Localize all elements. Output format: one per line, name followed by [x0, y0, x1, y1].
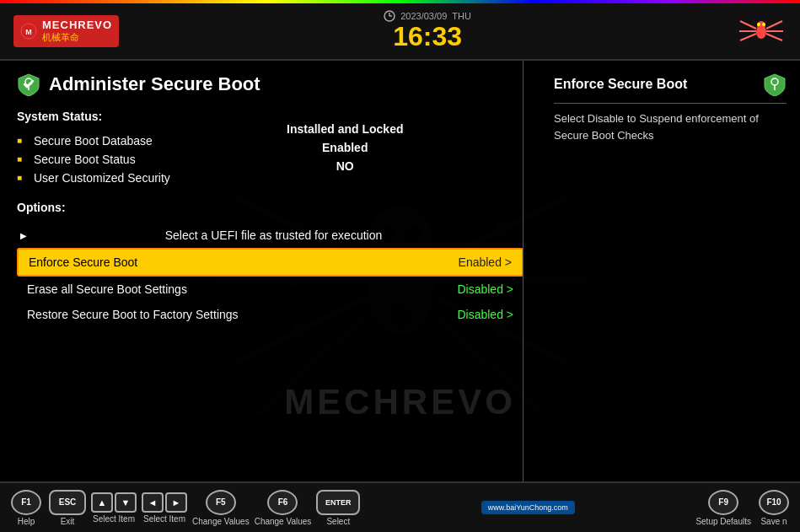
system-status-label: System Status: — [17, 110, 523, 123]
f6-key[interactable]: F6 Change Values — [255, 490, 312, 526]
nav-right-button[interactable]: ► — [165, 492, 187, 513]
right-panel-title: Enforce Secure Boot — [554, 77, 687, 92]
status-values: Installed and Locked Enabled NO — [287, 120, 403, 175]
f6-button[interactable]: F6 — [267, 490, 298, 515]
svg-line-12 — [766, 34, 782, 40]
svg-point-14 — [762, 23, 765, 26]
option-label-1: Enforce Secure Boot — [29, 255, 137, 269]
right-panel-description: Select Disable to Suspend enforcement of… — [554, 103, 787, 143]
f9-button[interactable]: F9 — [708, 490, 738, 515]
nav-leftright-group: ◄ ► — [142, 492, 187, 513]
esc-key[interactable]: ESC Exit — [49, 490, 86, 526]
enter-label: Select — [326, 517, 350, 526]
left-panel: Administer Secure Boot System Status: Se… — [0, 61, 540, 481]
f1-key[interactable]: F1 Help — [8, 490, 44, 526]
f1-label: Help — [18, 517, 35, 526]
options-label: Options: — [17, 201, 523, 214]
f6-label: Change Values — [255, 517, 312, 526]
option-value-1: Enabled > — [459, 255, 512, 269]
f10-label: Save n — [760, 517, 787, 526]
nav-down-button[interactable]: ▼ — [115, 492, 137, 513]
option-item-2[interactable]: Erase all Secure Boot Settings Disabled … — [17, 277, 523, 302]
enter-button[interactable]: ENTER — [316, 490, 360, 515]
esc-label: Exit — [61, 517, 75, 526]
mechrevo-icon: M — [20, 23, 37, 40]
option-value-3: Disabled > — [457, 308, 513, 321]
spider-icon — [736, 8, 787, 55]
nav-leftright-label: Select Item — [143, 514, 185, 524]
svg-point-13 — [757, 23, 760, 26]
status-item-0: Secure Boot Database — [17, 132, 523, 150]
main-content: Administer Secure Boot System Status: Se… — [0, 61, 800, 481]
option-label-0: Select a UEFI file as trusted for execut… — [165, 228, 383, 242]
option-item-0[interactable]: Select a UEFI file as trusted for execut… — [17, 223, 523, 248]
svg-text:M: M — [25, 28, 32, 36]
option-label-3: Restore Secure Boot to Factory Settings — [27, 308, 239, 321]
nav-left-button[interactable]: ◄ — [142, 492, 164, 513]
logo-text: MECHREVO — [42, 19, 112, 31]
svg-line-7 — [740, 21, 756, 29]
nav-leftright-key[interactable]: ◄ ► Select Item — [142, 492, 187, 524]
watermark-url: www.baiYunChong.com — [481, 501, 575, 514]
page-title-area: Administer Secure Boot — [17, 73, 523, 96]
f5-label: Change Values — [192, 517, 250, 526]
center-time: 2023/03/09 THU 16:33 — [384, 10, 471, 51]
logo-area: M MECHREVO 机械革命 — [13, 15, 119, 47]
nav-up-button[interactable]: ▲ — [91, 492, 113, 513]
vertical-divider — [523, 61, 523, 481]
status-item-2: User Customized Security — [17, 169, 523, 187]
header: M MECHREVO 机械革命 2023/03/09 THU 16:33 — [0, 3, 800, 61]
page-title-text: Administer Secure Boot — [49, 73, 260, 95]
right-panel-title-area: Enforce Secure Boot — [554, 73, 787, 96]
svg-line-9 — [740, 34, 756, 40]
enter-key[interactable]: ENTER Select — [316, 490, 360, 526]
option-item-1[interactable]: Enforce Secure Boot Enabled > — [17, 248, 523, 277]
nav-updown-label: Select Item — [93, 514, 135, 524]
date-text: 2023/03/09 — [400, 11, 447, 21]
f10-button[interactable]: F10 — [759, 490, 789, 515]
f1-button[interactable]: F1 — [11, 490, 41, 515]
f9-label: Setup Defaults — [695, 517, 751, 526]
option-label-2: Erase all Secure Boot Settings — [27, 282, 187, 296]
nav-updown-group: ▲ ▼ — [91, 492, 137, 513]
esc-button[interactable]: ESC — [49, 490, 86, 515]
svg-line-10 — [766, 21, 782, 29]
status-value-0: Installed and Locked — [287, 120, 403, 138]
logo-box: M MECHREVO 机械革命 — [13, 15, 119, 47]
watermark-badge: www.baiYunChong.com — [365, 501, 690, 514]
clock-icon — [384, 10, 395, 22]
time-main: 16:33 — [384, 22, 471, 51]
option-item-3[interactable]: Restore Secure Boot to Factory Settings … — [17, 302, 523, 327]
status-item-1: Secure Boot Status — [17, 150, 523, 169]
f10-key[interactable]: F10 Save n — [756, 490, 792, 526]
option-value-2: Disabled > — [457, 282, 513, 296]
right-panel: Enforce Secure Boot Select Disable to Su… — [540, 61, 800, 481]
status-value-1: Enabled — [287, 138, 403, 157]
shield-right-icon — [763, 73, 787, 96]
spider-logo — [736, 8, 787, 55]
status-value-2: NO — [287, 157, 403, 175]
bottom-bar: F1 Help ESC Exit ▲ ▼ Select Item ◄ ► Sel… — [0, 481, 800, 532]
time-date: 2023/03/09 THU — [384, 10, 471, 22]
f5-button[interactable]: F5 — [206, 490, 236, 515]
f9-key[interactable]: F9 Setup Defaults — [695, 490, 751, 526]
status-list: Secure Boot Database Secure Boot Status … — [17, 132, 523, 187]
options-list: Select a UEFI file as trusted for execut… — [17, 223, 523, 327]
f5-key[interactable]: F5 Change Values — [192, 490, 250, 526]
nav-updown-key[interactable]: ▲ ▼ Select Item — [91, 492, 137, 524]
shield-header-icon — [17, 73, 40, 96]
day-text: THU — [452, 11, 471, 21]
logo-chinese: 机械革命 — [42, 31, 112, 44]
